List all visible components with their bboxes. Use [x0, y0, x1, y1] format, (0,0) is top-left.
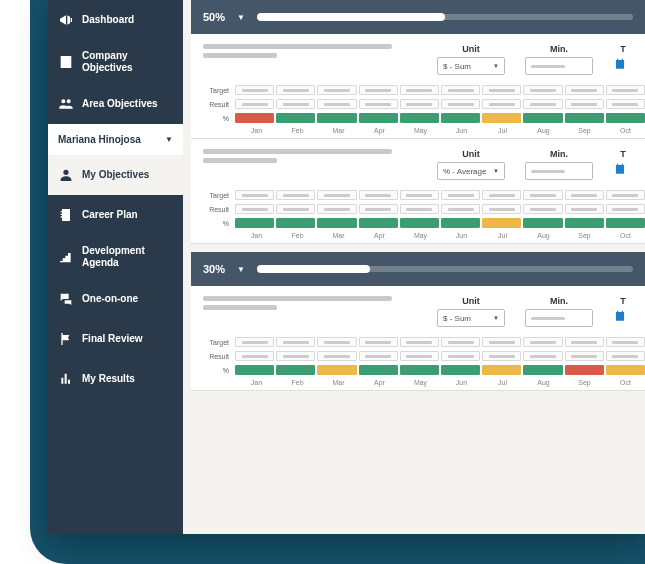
person-icon: [58, 167, 74, 183]
chevron-down-icon: ▼: [237, 13, 245, 22]
sidebar-item-development-agenda[interactable]: Development Agenda: [48, 235, 183, 279]
user-name: Mariana Hinojosa: [58, 134, 141, 145]
section-weight-bar[interactable]: 50% ▼: [191, 0, 645, 34]
month-label: May: [401, 127, 440, 134]
row-label-target: Target: [203, 87, 233, 94]
app-window: Dashboard Company Objectives Area Object…: [48, 0, 645, 534]
month-label: Mar: [319, 127, 358, 134]
sidebar-item-one-on-one[interactable]: One-on-one: [48, 279, 183, 319]
month-label: Sep: [565, 232, 604, 239]
month-label: Oct: [606, 232, 645, 239]
month-label: Jun: [442, 127, 481, 134]
sidebar-item-career-plan[interactable]: Career Plan: [48, 195, 183, 235]
row-label-result: Result: [203, 206, 233, 213]
stairs-icon: [58, 249, 74, 265]
unit-select[interactable]: $ - Sum ▼: [437, 309, 505, 327]
sidebar-item-label: Development Agenda: [82, 245, 173, 269]
sidebar-item-dashboard[interactable]: Dashboard: [48, 0, 183, 40]
min-input[interactable]: [525, 162, 593, 180]
sidebar-item-my-objectives[interactable]: My Objectives: [48, 155, 183, 195]
unit-select[interactable]: % - Average ▼: [437, 162, 505, 180]
month-label: Jan: [237, 379, 276, 386]
min-input[interactable]: [525, 57, 593, 75]
month-label: Mar: [319, 379, 358, 386]
sidebar-item-label: Area Objectives: [82, 98, 158, 110]
unit-label: Unit: [437, 44, 505, 54]
month-label: Jun: [442, 232, 481, 239]
month-label: May: [401, 379, 440, 386]
weight-value: 30%: [203, 263, 225, 275]
sidebar-item-company-objectives[interactable]: Company Objectives: [48, 40, 183, 84]
group-icon: [58, 96, 74, 112]
calendar-icon[interactable]: [613, 162, 627, 176]
notebook-icon: [58, 207, 74, 223]
row-label-result: Result: [203, 101, 233, 108]
month-label: Apr: [360, 379, 399, 386]
min-label: Min.: [525, 44, 593, 54]
objective-section: 30% ▼ Unit $ - Sum ▼: [191, 252, 645, 391]
unit-label: Unit: [437, 149, 505, 159]
month-label: Feb: [278, 232, 317, 239]
sidebar-item-label: My Objectives: [82, 169, 149, 181]
weight-value: 50%: [203, 11, 225, 23]
chevron-down-icon: ▼: [237, 265, 245, 274]
chart-icon: [58, 371, 74, 387]
sidebar-item-label: My Results: [82, 373, 135, 385]
month-label: Jul: [483, 232, 522, 239]
chevron-down-icon: ▼: [493, 168, 499, 174]
month-label: May: [401, 232, 440, 239]
sidebar-item-my-results[interactable]: My Results: [48, 359, 183, 399]
month-label: Apr: [360, 232, 399, 239]
unit-label: Unit: [437, 296, 505, 306]
month-label: Jul: [483, 379, 522, 386]
objective-card: Unit $ - Sum ▼ Min. T: [191, 286, 645, 391]
main-content: 50% ▼ Unit $ - Sum ▼: [183, 0, 645, 534]
weight-track: [257, 266, 633, 272]
target-col-label: T: [613, 44, 633, 54]
month-label: Oct: [606, 127, 645, 134]
month-label: Jul: [483, 127, 522, 134]
sidebar-item-area-objectives[interactable]: Area Objectives: [48, 84, 183, 124]
month-label: Feb: [278, 127, 317, 134]
month-label: Mar: [319, 232, 358, 239]
unit-select[interactable]: $ - Sum ▼: [437, 57, 505, 75]
objective-card: Unit % - Average ▼ Min. T: [191, 139, 645, 244]
weight-track: [257, 14, 633, 20]
sidebar-item-label: One-on-one: [82, 293, 138, 305]
chevron-down-icon: ▼: [493, 315, 499, 321]
sidebar-item-label: Company Objectives: [82, 50, 173, 74]
row-label-percent: %: [203, 220, 233, 227]
objective-title: [203, 44, 413, 62]
chevron-down-icon: ▼: [165, 135, 173, 144]
objective-card: Unit $ - Sum ▼ Min. T: [191, 34, 645, 139]
row-label-percent: %: [203, 367, 233, 374]
unit-select-value: $ - Sum: [443, 62, 471, 71]
sidebar-item-label: Career Plan: [82, 209, 138, 221]
month-label: Sep: [565, 379, 604, 386]
min-input[interactable]: [525, 309, 593, 327]
sidebar-item-label: Final Review: [82, 333, 143, 345]
unit-select-value: % - Average: [443, 167, 486, 176]
sidebar-item-final-review[interactable]: Final Review: [48, 319, 183, 359]
month-label: Apr: [360, 127, 399, 134]
unit-select-value: $ - Sum: [443, 314, 471, 323]
month-label: Oct: [606, 379, 645, 386]
calendar-icon[interactable]: [613, 309, 627, 323]
target-col-label: T: [613, 149, 633, 159]
calendar-icon[interactable]: [613, 57, 627, 71]
flag-icon: [58, 331, 74, 347]
section-weight-bar[interactable]: 30% ▼: [191, 252, 645, 286]
objective-section: 50% ▼ Unit $ - Sum ▼: [191, 0, 645, 244]
objective-title: [203, 149, 413, 167]
row-label-target: Target: [203, 339, 233, 346]
month-label: Sep: [565, 127, 604, 134]
objective-title: [203, 296, 413, 314]
month-label: Jan: [237, 232, 276, 239]
target-col-label: T: [613, 296, 633, 306]
row-label-result: Result: [203, 353, 233, 360]
min-label: Min.: [525, 296, 593, 306]
month-label: Feb: [278, 379, 317, 386]
chat-icon: [58, 291, 74, 307]
min-label: Min.: [525, 149, 593, 159]
user-selector[interactable]: Mariana Hinojosa ▼: [48, 124, 183, 155]
